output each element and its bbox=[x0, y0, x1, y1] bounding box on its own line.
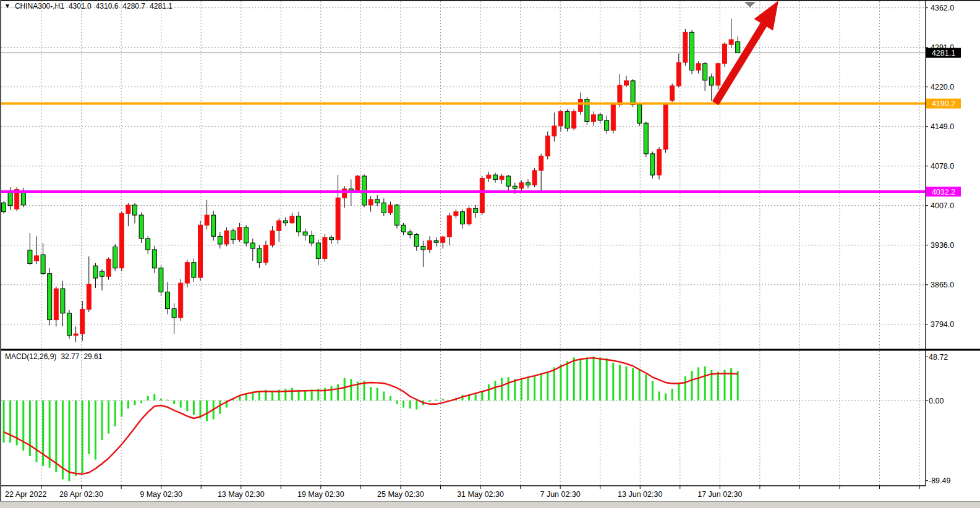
chart-canvas[interactable]: 4362.04291.04220.04149.04078.04007.03936… bbox=[0, 0, 980, 508]
ohlc-low: 4280.7 bbox=[122, 2, 145, 11]
macd-indicator-name: MACD(12,26,9) bbox=[5, 352, 56, 361]
resistance-badge: 4190.2 bbox=[932, 99, 955, 108]
macd-signal-value: 29.61 bbox=[83, 352, 102, 361]
time-tick-label: 13 May 02:30 bbox=[218, 490, 265, 499]
price-tick-label: 4007.0 bbox=[931, 201, 954, 210]
macd-histogram bbox=[3, 357, 739, 481]
candles bbox=[2, 19, 740, 342]
ohlc-high: 4310.6 bbox=[96, 2, 119, 11]
time-tick-label: 22 Apr 2022 bbox=[5, 490, 46, 499]
macd-signal-line bbox=[4, 358, 738, 474]
time-tick-label: 28 Apr 02:30 bbox=[59, 490, 103, 499]
macd-main-value: 32.77 bbox=[61, 352, 79, 361]
macd-tick-label: 48.72 bbox=[929, 353, 948, 362]
chart-shift-marker-icon[interactable] bbox=[744, 2, 756, 7]
price-tick-label: 3865.0 bbox=[931, 281, 954, 289]
ohlc-close: 4281.1 bbox=[150, 2, 173, 11]
symbol-dropdown-icon[interactable]: ▼ bbox=[4, 3, 11, 9]
time-tick-label: 25 May 02:30 bbox=[377, 490, 424, 499]
price-tick-label: 3936.0 bbox=[931, 241, 954, 250]
time-tick-label: 13 Jun 02:30 bbox=[618, 490, 662, 499]
macd-label: MACD(12,26,9) 32.7729.61 bbox=[5, 352, 102, 361]
macd-tick-label: 0.00 bbox=[929, 397, 944, 405]
time-tick-label: 9 May 02:30 bbox=[140, 490, 182, 499]
time-tick-label: 7 Jun 02:30 bbox=[540, 490, 580, 499]
macd-tick-label: -89.49 bbox=[929, 476, 950, 485]
price-tick-label: 4149.0 bbox=[931, 122, 954, 131]
time-tick-label: 19 May 02:30 bbox=[297, 490, 344, 499]
chart-title: ▼ CHINA300-,H1 4301.04310.64280.74281.1 bbox=[4, 2, 173, 11]
trading-chart-window: 4362.04291.04220.04149.04078.04007.03936… bbox=[0, 0, 980, 508]
price-tick-label: 4220.0 bbox=[931, 83, 954, 91]
vertical-gridlines bbox=[41, 1, 919, 486]
support-badge: 4032.2 bbox=[932, 188, 955, 197]
time-tick-label: 31 May 02:30 bbox=[457, 490, 504, 499]
price-gridlines: 4362.04291.04220.04149.04078.04007.03936… bbox=[1, 4, 954, 329]
panel-borders bbox=[0, 0, 980, 508]
price-tick-label: 3794.0 bbox=[931, 320, 954, 329]
time-tick-label: 17 Jun 02:30 bbox=[697, 490, 742, 499]
time-axis[interactable]: 22 Apr 202228 Apr 02:309 May 02:3013 May… bbox=[5, 486, 919, 499]
current-price-badge: 4281.1 bbox=[932, 49, 955, 57]
price-tick-label: 4362.0 bbox=[931, 4, 954, 12]
price-tick-label: 4078.0 bbox=[931, 162, 954, 171]
symbol-period-label: CHINA300-,H1 bbox=[15, 2, 64, 11]
ohlc-open: 4301.0 bbox=[69, 2, 92, 11]
macd-axis: 48.720.00-89.49 bbox=[1, 353, 950, 485]
